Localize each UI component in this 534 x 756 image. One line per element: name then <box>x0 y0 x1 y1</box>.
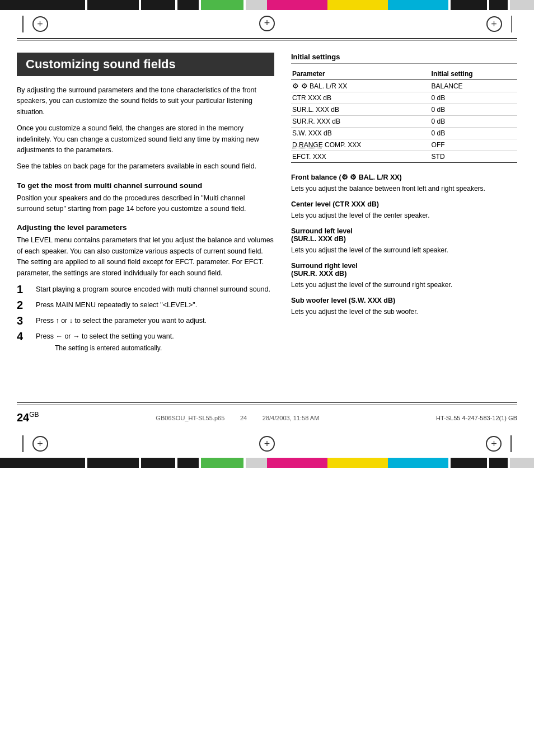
reg-mark-left <box>22 16 48 32</box>
subsection-surround-left: Surround left level(SUR.L. XXX dB) Lets … <box>291 227 517 255</box>
page-superscript: GB <box>29 411 39 419</box>
page-content: Customizing sound fields By adjusting th… <box>0 41 534 358</box>
intro-para-3: See the tables on back page for the para… <box>17 161 274 172</box>
page-title: Customizing sound fields <box>17 53 274 76</box>
footer-page-ref: 24 <box>240 415 247 421</box>
step-4-num: 4 <box>17 330 32 342</box>
table-cell-param: CTR XXX dB <box>291 92 430 104</box>
table-header-initial: Initial setting <box>430 68 517 80</box>
table-row: D.RANGE COMP. XXX OFF <box>291 139 517 151</box>
table-cell-value: 0 dB <box>430 92 517 104</box>
reg-mark-circle-center <box>259 16 275 31</box>
table-row: SUR.R. XXX dB 0 dB <box>291 116 517 128</box>
intro-para-2: Once you customize a sound field, the ch… <box>17 123 274 156</box>
sub-heading-center-level: Center level (CTR XXX dB) <box>291 200 517 208</box>
step-1-text: Start playing a program source encoded w… <box>36 284 274 295</box>
table-cell-param: ⚙ ⚙ BAL. L/R XX <box>291 80 430 92</box>
reg-mark-circle-left <box>32 16 48 32</box>
sub-body-center-level: Lets you adjust the level of the center … <box>291 210 517 220</box>
top-color-bar <box>0 0 534 10</box>
table-cell-value: 0 dB <box>430 128 517 139</box>
table-cell-value: BALANCE <box>430 80 517 92</box>
table-cell-param: SUR.L. XXX dB <box>291 104 430 116</box>
subsection-sub-woofer: Sub woofer level (S.W. XXX dB) Lets you … <box>291 297 517 317</box>
table-cell-value: 0 dB <box>430 104 517 116</box>
bottom-reg-right <box>349 435 512 452</box>
footer-model: HT-SL55 4-247-583-12(1) GB <box>436 414 517 422</box>
section1-text: Position your speakers and do the proced… <box>17 193 274 215</box>
sub-heading-surround-left: Surround left level(SUR.L. XXX dB) <box>291 227 517 243</box>
step-4: 4 Press ← or → to select the setting you… <box>17 331 274 353</box>
table-cell-value: 0 dB <box>430 116 517 128</box>
subsection-surround-right: Surround right level(SUR.R. XXX dB) Lets… <box>291 262 517 290</box>
footer-model-text: HT-SL55 4-247-583-12(1) GB <box>436 415 517 421</box>
section1-heading: To get the most from multi channel surro… <box>17 181 274 190</box>
subsections: Front balance (⚙ ⚙ BAL. L/R XX) Lets you… <box>291 173 517 317</box>
sub-body-front-balance: Lets you adjust the balance between fron… <box>291 184 517 194</box>
bottom-rule-thin <box>17 404 517 405</box>
section2-heading: Adjusting the level parameters <box>17 223 274 232</box>
sub-body-surround-right: Lets you adjust the level of the surroun… <box>291 280 517 290</box>
table-row: CTR XXX dB 0 dB <box>291 92 517 104</box>
step-4-sub: The setting is entered automatically. <box>55 343 174 353</box>
sub-heading-front-balance: Front balance (⚙ ⚙ BAL. L/R XX) <box>291 173 517 181</box>
bottom-reg-mark-right <box>486 436 502 452</box>
page-number: 24GB <box>17 411 39 424</box>
table-cell-param: EFCT. XXX <box>291 151 430 163</box>
reg-mark-right <box>486 16 512 32</box>
reg-mark-circle-right <box>486 16 502 32</box>
table-cell-param: S.W. XXX dB <box>291 128 430 139</box>
initial-settings-title: Initial settings <box>291 53 517 64</box>
top-rule <box>17 38 517 39</box>
bottom-reg-marks-row <box>0 430 534 458</box>
registration-marks-row <box>0 10 534 38</box>
sub-heading-sub-woofer: Sub woofer level (S.W. XXX dB) <box>291 297 517 304</box>
step-2-num: 2 <box>17 299 32 311</box>
table-row: S.W. XXX dB 0 dB <box>291 128 517 139</box>
step-4-text: Press ← or → to select the setting you w… <box>36 332 174 340</box>
step-1: 1 Start playing a program source encoded… <box>17 284 274 295</box>
page-footer: 24GB GB06SOU_HT-SL55.p65 24 28/4/2003, 1… <box>0 406 534 430</box>
footer-filename: GB06SOU_HT-SL55.p65 <box>156 415 224 421</box>
bottom-color-bar <box>0 458 534 468</box>
step-1-num: 1 <box>17 283 32 295</box>
step-3-text: Press ↑ or ↓ to select the parameter you… <box>36 316 274 326</box>
subsection-center-level: Center level (CTR XXX dB) Lets you adjus… <box>291 200 517 220</box>
subsection-front-balance: Front balance (⚙ ⚙ BAL. L/R XX) Lets you… <box>291 173 517 194</box>
right-column: Initial settings Parameter Initial setti… <box>291 53 517 358</box>
footer-date: 28/4/2003, 11:58 AM <box>263 415 320 421</box>
top-rule-thin <box>17 40 517 41</box>
params-table: Parameter Initial setting ⚙ ⚙ BAL. L/R X… <box>291 68 517 163</box>
steps-list: 1 Start playing a program source encoded… <box>17 284 274 353</box>
table-row: ⚙ ⚙ BAL. L/R XX BALANCE <box>291 80 517 92</box>
section2-text: The LEVEL menu contains parameters that … <box>17 235 274 279</box>
sub-body-sub-woofer: Lets you adjust the level of the sub woo… <box>291 307 517 317</box>
step-3: 3 Press ↑ or ↓ to select the parameter y… <box>17 316 274 327</box>
bottom-reg-left <box>22 435 185 452</box>
table-cell-param: D.RANGE COMP. XXX <box>291 139 430 151</box>
reg-mark-center <box>259 16 275 33</box>
table-row: EFCT. XXX STD <box>291 151 517 163</box>
table-cell-param: SUR.R. XXX dB <box>291 116 430 128</box>
table-cell-value: STD <box>430 151 517 163</box>
step-3-num: 3 <box>17 314 32 327</box>
sub-heading-surround-right: Surround right level(SUR.R. XXX dB) <box>291 262 517 278</box>
step-2: 2 Press MAIN MENU repeatedly to select "… <box>17 300 274 311</box>
intro-para-1: By adjusting the surround parameters and… <box>17 85 274 118</box>
sub-body-surround-left: Lets you adjust the level of the surroun… <box>291 245 517 255</box>
footer-file-info: GB06SOU_HT-SL55.p65 24 28/4/2003, 11:58 … <box>156 414 319 422</box>
bottom-rule <box>17 402 517 403</box>
left-column: Customizing sound fields By adjusting th… <box>17 53 274 358</box>
bottom-reg-mark-center <box>259 436 275 452</box>
table-cell-value: OFF <box>430 139 517 151</box>
table-row: SUR.L. XXX dB 0 dB <box>291 104 517 116</box>
bottom-reg-center <box>185 436 348 452</box>
table-header-param: Parameter <box>291 68 430 80</box>
page-number-block: 24GB <box>17 411 39 425</box>
bottom-reg-mark-left <box>32 436 48 452</box>
step-2-text: Press MAIN MENU repeatedly to select "<L… <box>36 300 274 311</box>
